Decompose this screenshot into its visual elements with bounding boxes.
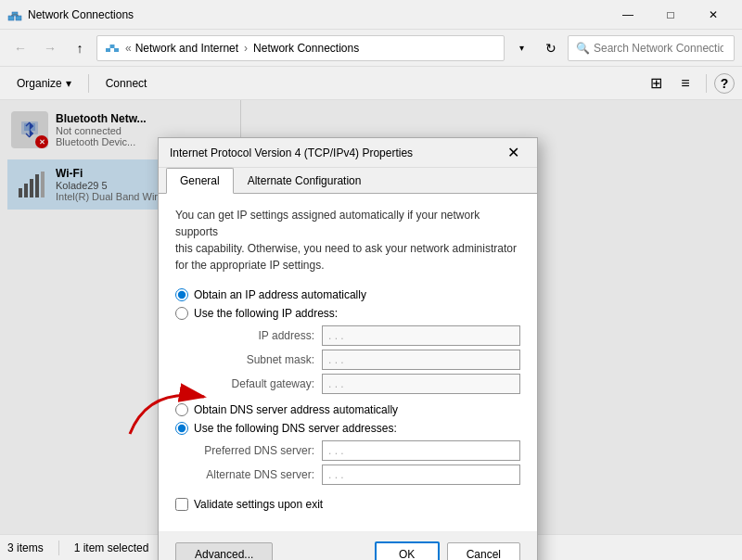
ip-auto-radio-row: Obtain an IP address automatically bbox=[175, 288, 520, 301]
dialog-footer-left: Advanced... bbox=[175, 542, 367, 560]
path-leaf: Network Connections bbox=[253, 42, 359, 55]
path-arrow: › bbox=[244, 42, 248, 55]
dialog-titlebar: Internet Protocol Version 4 (TCP/IPv4) P… bbox=[159, 138, 537, 168]
preferred-dns-placeholder: . . . bbox=[328, 444, 344, 457]
ip-manual-label[interactable]: Use the following IP address: bbox=[194, 307, 338, 320]
statusbar-separator bbox=[58, 541, 59, 555]
connect-label: Connect bbox=[106, 77, 147, 90]
validate-checkbox[interactable] bbox=[175, 498, 188, 511]
close-button[interactable]: ✕ bbox=[692, 0, 735, 30]
dns-section: Obtain DNS server address automatically … bbox=[175, 403, 520, 485]
ip-address-label: IP address: bbox=[194, 329, 314, 342]
connect-button[interactable]: Connect bbox=[96, 70, 157, 96]
view-icons-button[interactable]: ⊞ bbox=[643, 70, 669, 96]
toolbar-right: ⊞ ≡ ? bbox=[643, 70, 735, 96]
items-count: 3 items bbox=[7, 541, 44, 554]
preferred-dns-input[interactable]: . . . bbox=[322, 440, 520, 461]
svg-rect-1 bbox=[16, 16, 21, 20]
dns-fields: Preferred DNS server: . . . Alternate DN… bbox=[194, 440, 520, 485]
preferred-dns-label: Preferred DNS server: bbox=[194, 444, 314, 457]
subnet-mask-input[interactable]: . . . bbox=[322, 350, 520, 370]
advanced-button[interactable]: Advanced... bbox=[175, 542, 273, 560]
selected-count: 1 item selected bbox=[74, 541, 149, 554]
dns-auto-label[interactable]: Obtain DNS server address automatically bbox=[194, 403, 398, 416]
dns-manual-radio[interactable] bbox=[175, 422, 188, 435]
forward-button[interactable]: → bbox=[37, 35, 63, 61]
path-root: Network and Internet bbox=[135, 42, 238, 55]
validate-label[interactable]: Validate settings upon exit bbox=[194, 498, 323, 511]
titlebar: Network Connections — □ ✕ bbox=[0, 0, 742, 30]
ip-auto-radio[interactable] bbox=[175, 288, 188, 301]
dns-manual-label[interactable]: Use the following DNS server addresses: bbox=[194, 422, 397, 435]
maximize-button[interactable]: □ bbox=[649, 0, 692, 30]
organize-button[interactable]: Organize ▾ bbox=[7, 70, 81, 96]
up-button[interactable]: ↑ bbox=[67, 35, 93, 61]
svg-rect-6 bbox=[114, 48, 119, 52]
search-input[interactable] bbox=[594, 42, 723, 55]
svg-rect-0 bbox=[8, 16, 14, 20]
organize-label: Organize bbox=[17, 77, 62, 90]
dns-manual-radio-row: Use the following DNS server addresses: bbox=[175, 422, 520, 435]
toolbar-separator-1 bbox=[88, 74, 89, 93]
minimize-button[interactable]: — bbox=[607, 0, 649, 30]
default-gateway-placeholder: . . . bbox=[328, 377, 344, 390]
svg-rect-5 bbox=[106, 48, 110, 52]
alternate-dns-input[interactable]: . . . bbox=[322, 465, 520, 485]
dialog-overlay: Internet Protocol Version 4 (TCP/IPv4) P… bbox=[0, 100, 742, 534]
organize-arrow: ▾ bbox=[66, 77, 71, 90]
subnet-mask-placeholder: . . . bbox=[328, 353, 344, 366]
ip-address-input[interactable]: . . . bbox=[322, 325, 520, 346]
window-controls: — □ ✕ bbox=[607, 0, 735, 30]
dialog-description: You can get IP settings assigned automat… bbox=[175, 207, 520, 274]
ip-address-row: IP address: . . . bbox=[194, 325, 520, 346]
preferred-dns-row: Preferred DNS server: . . . bbox=[194, 440, 520, 461]
ip-address-placeholder: . . . bbox=[328, 329, 344, 342]
toolbar: Organize ▾ Connect ⊞ ≡ ? bbox=[0, 67, 742, 100]
tab-alternate-config[interactable]: Alternate Configuration bbox=[234, 168, 376, 194]
main-content: ✕ Bluetooth Netw... Not connected Blueto… bbox=[0, 100, 742, 534]
help-button[interactable]: ? bbox=[714, 73, 735, 94]
view-list-button[interactable]: ≡ bbox=[672, 70, 698, 96]
svg-rect-7 bbox=[110, 45, 115, 48]
toolbar-separator-2 bbox=[706, 74, 707, 93]
dialog-title: Internet Protocol Version 4 (TCP/IPv4) P… bbox=[170, 146, 500, 159]
ip-manual-radio-row: Use the following IP address: bbox=[175, 307, 520, 320]
back-button[interactable]: ← bbox=[7, 35, 33, 61]
network-path-icon bbox=[105, 41, 120, 56]
dialog-tabs: General Alternate Configuration bbox=[159, 168, 537, 194]
default-gateway-row: Default gateway: . . . bbox=[194, 374, 520, 394]
dns-auto-radio-row: Obtain DNS server address automatically bbox=[175, 403, 520, 416]
path-dropdown-button[interactable]: ▾ bbox=[508, 35, 534, 61]
tcp-ipv4-dialog: Internet Protocol Version 4 (TCP/IPv4) P… bbox=[158, 137, 538, 560]
tab-general[interactable]: General bbox=[166, 168, 234, 194]
dialog-body: You can get IP settings assigned automat… bbox=[159, 194, 537, 531]
ok-button[interactable]: OK bbox=[375, 541, 440, 560]
subnet-mask-row: Subnet mask: . . . bbox=[194, 350, 520, 370]
default-gateway-label: Default gateway: bbox=[194, 377, 314, 390]
refresh-button[interactable]: ↻ bbox=[538, 35, 564, 61]
ip-auto-label[interactable]: Obtain an IP address automatically bbox=[194, 288, 366, 301]
validate-row: Validate settings upon exit bbox=[175, 498, 520, 511]
default-gateway-input[interactable]: . . . bbox=[322, 374, 520, 394]
dns-auto-radio[interactable] bbox=[175, 403, 188, 416]
alternate-dns-label: Alternate DNS server: bbox=[194, 468, 314, 481]
ip-manual-radio[interactable] bbox=[175, 307, 188, 320]
search-box[interactable]: 🔍 bbox=[568, 35, 735, 61]
addressbar: ← → ↑ « Network and Internet › Network C… bbox=[0, 30, 742, 67]
cancel-button[interactable]: Cancel bbox=[447, 542, 520, 560]
dialog-close-button[interactable]: ✕ bbox=[500, 140, 526, 166]
search-icon: 🔍 bbox=[576, 42, 590, 55]
alternate-dns-row: Alternate DNS server: . . . bbox=[194, 465, 520, 485]
path-separator-1: « bbox=[125, 42, 132, 55]
network-connections-icon bbox=[7, 7, 22, 22]
alternate-dns-placeholder: . . . bbox=[328, 468, 344, 481]
dialog-footer: Advanced... OK Cancel bbox=[159, 531, 537, 560]
address-path[interactable]: « Network and Internet › Network Connect… bbox=[96, 35, 505, 61]
subnet-mask-label: Subnet mask: bbox=[194, 353, 314, 366]
window-title: Network Connections bbox=[28, 8, 607, 21]
ip-fields: IP address: . . . Subnet mask: . . . Def… bbox=[194, 325, 520, 394]
